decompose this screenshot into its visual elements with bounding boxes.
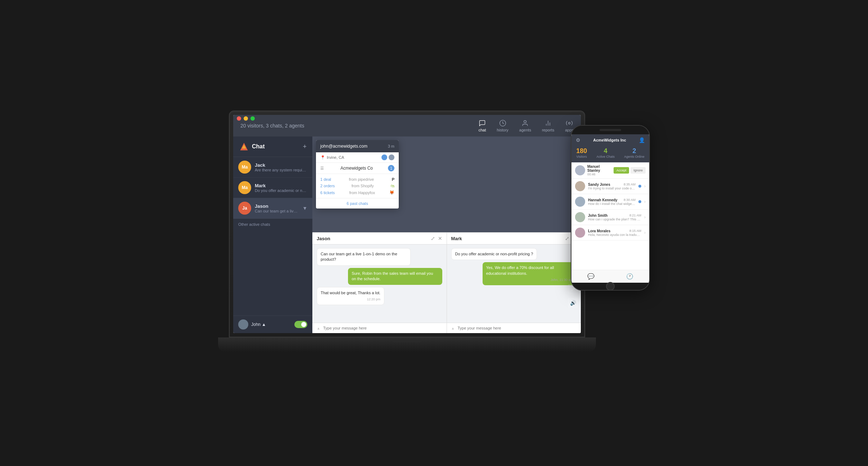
card-header: john@acmewidgets.com 3 m (316, 140, 399, 152)
integration-pipedrive[interactable]: 1 deal from pipedrive P (320, 176, 394, 183)
maximize-button[interactable] (250, 116, 255, 121)
chat-panel-mark: Mark ⤢ ✕ Do you offer academic or (447, 232, 581, 333)
phone-notch (571, 126, 649, 134)
laptop-body: 20 visitors, 3 chats, 2 agents chat hist… (229, 111, 585, 337)
expand-icon[interactable]: ⤢ (431, 236, 435, 241)
chat-info-sandy: Sandy Jones 8:35 AM I'm trying to instal… (588, 183, 636, 190)
accept-button[interactable]: Accept (614, 167, 629, 174)
phone-header: ⚙ AcmeWidgets Inc 👤 (571, 134, 649, 146)
location-details-icon (389, 154, 394, 160)
close-button[interactable] (237, 116, 241, 121)
ignore-button[interactable]: Ignore (630, 167, 646, 174)
message-time: 12:20 pm (321, 297, 380, 302)
customer-email: john@acmewidgets.com (320, 144, 367, 149)
chat-name-sandy: Sandy Jones (588, 183, 610, 187)
close-icon[interactable]: ✕ (438, 236, 442, 241)
brand-icon (239, 142, 249, 152)
list-item-hannah[interactable]: Hannah Kennedy 8:30 AM How do I install … (571, 194, 649, 210)
sound-icon[interactable]: 🔊 (568, 298, 578, 308)
list-item-mark[interactable]: Ma Mark Do you offer academic or non-... (233, 178, 312, 198)
panel-header-mark: Mark ⤢ ✕ (447, 233, 581, 245)
tab-agents-label: agents (519, 128, 531, 132)
messages-jason: Can our team get a live 1-on-1 demo on t… (312, 245, 447, 323)
laptop-screen: 20 visitors, 3 chats, 2 agents chat hist… (233, 115, 581, 333)
stat-visitors: 180 Visitors (576, 147, 587, 158)
incoming-avatar (575, 165, 585, 175)
list-item-sandy[interactable]: Sandy Jones 8:35 AM I'm trying to instal… (571, 179, 649, 194)
phone-home (571, 283, 649, 290)
customer-card: john@acmewidgets.com 3 m 📍 Irvine, CA (316, 140, 399, 209)
message-input-jason[interactable] (323, 326, 442, 330)
chevron-right-icon: › (644, 199, 646, 204)
tab-reports[interactable]: reports (542, 120, 554, 132)
tab-agents[interactable]: agents (519, 120, 531, 132)
chat-preview-hannah: How do I install the chat widget on my..… (588, 202, 636, 206)
incoming-actions: Accept Ignore (614, 167, 646, 174)
profile-icon[interactable]: 👤 (639, 137, 645, 143)
chat-name-lora: Lora Morales (588, 229, 610, 233)
message-item: Can our team get a live 1-on-1 demo on t… (317, 248, 411, 266)
chat-info-lora: Lora Morales 8:15 AM Hola, Necesito ayud… (588, 229, 641, 237)
card-company: ☰ Acmewidgets Co 1 (316, 163, 399, 174)
chat-preview-jason: Can our team get a live 1-on-... (255, 209, 299, 213)
chat-name-jack: Jack (255, 162, 307, 168)
sidebar-footer: John ▲ (233, 315, 312, 333)
tab-chat[interactable]: chat (479, 120, 486, 132)
chat-time-hannah: 8:30 AM (624, 198, 636, 202)
list-item-jason[interactable]: Ja Jason Can our team get a live 1-on-..… (233, 198, 312, 219)
unread-dot (638, 200, 641, 203)
phone-company-name: AcmeWidgets Inc (593, 138, 626, 142)
phone-tab-history[interactable]: 🕐 (626, 273, 633, 280)
past-chats-link[interactable]: 6 past chats (316, 198, 399, 209)
chat-info-mark: Mark Do you offer academic or non-... (255, 183, 307, 193)
messages-mark: Do you offer academic or non-profit pric… (447, 245, 581, 323)
svg-point-5 (569, 122, 570, 124)
home-button[interactable] (606, 282, 615, 291)
phone-tab-chat[interactable]: 💬 (587, 273, 595, 280)
phone-body: ⚙ AcmeWidgets Inc 👤 180 Visitors 4 Activ… (571, 125, 650, 291)
tab-history[interactable]: history (497, 120, 508, 132)
list-item-lora[interactable]: Lora Morales 8:15 AM Hola, Necesito ayud… (571, 225, 649, 241)
tab-history-label: history (497, 128, 508, 132)
shopify-icon: 🛍 (390, 184, 394, 188)
phone-footer: 💬 🕐 (571, 270, 649, 283)
list-item-jack[interactable]: Ma Jack Are there any system requirem... (233, 157, 312, 178)
chat-preview-sandy: I'm trying to install your code on our..… (588, 187, 636, 190)
avatar-jason: Ja (238, 202, 251, 215)
chevron-right-icon: › (644, 230, 646, 235)
company-icon: ☰ (320, 166, 324, 171)
integration-shopify[interactable]: 2 orders from Shopify 🛍 (320, 183, 394, 189)
add-chat-button[interactable]: + (303, 143, 307, 151)
message-item: Yes, We do offer a 70% discount for all … (483, 262, 577, 285)
company-name: Acmewidgets Co (340, 166, 373, 171)
agent-status-toggle[interactable] (294, 321, 307, 328)
panel-input-mark: ▲ (447, 323, 581, 333)
stat-active-chats: 4 Active Chats (596, 147, 615, 158)
chevron-down-icon: ▼ (302, 205, 307, 211)
agents-online-count: 2 (624, 147, 645, 155)
active-chats-label: Active Chats (596, 155, 615, 158)
list-item-john-smith[interactable]: John Smith 8:21 AM How can i upgrade the… (571, 210, 649, 225)
sidebar-chat-list: Ma Jack Are there any system requirem... (233, 157, 312, 315)
chat-panel-jason: Jason ⤢ ✕ Can our team get a live (312, 232, 447, 333)
chevron-right-icon: › (644, 184, 646, 189)
chevron-right-icon: › (644, 215, 646, 220)
sidebar: Chat + Ma Jack (233, 136, 312, 333)
expand-icon[interactable]: ⤢ (565, 236, 569, 241)
minimize-button[interactable] (244, 116, 248, 121)
chat-name-john-smith: John Smith (588, 214, 607, 218)
scroll-up-icon: ▲ (451, 326, 455, 330)
message-input-mark[interactable] (457, 326, 577, 330)
integration-happyfox[interactable]: 6 tickets from Happyfox 🦊 (320, 189, 394, 196)
chat-name-jason: Jason (255, 203, 299, 209)
phone-chat-list: Sandy Jones 8:35 AM I'm trying to instal… (571, 179, 649, 270)
avatar-john-smith (575, 212, 585, 222)
chat-preview-jack: Are there any system requirem... (255, 168, 307, 172)
chat-time-john-smith: 8:21 AM (629, 214, 641, 218)
unread-dot (638, 185, 641, 188)
incoming-chat: Manuel Stanley 00:46 Accept Ignore (571, 162, 649, 179)
phone-screen: ⚙ AcmeWidgets Inc 👤 180 Visitors 4 Activ… (571, 134, 649, 283)
brand: Chat (239, 142, 265, 152)
settings-icon[interactable]: ⚙ (576, 137, 580, 143)
card-integrations: 1 deal from pipedrive P 2 orders from Sh… (316, 174, 399, 198)
